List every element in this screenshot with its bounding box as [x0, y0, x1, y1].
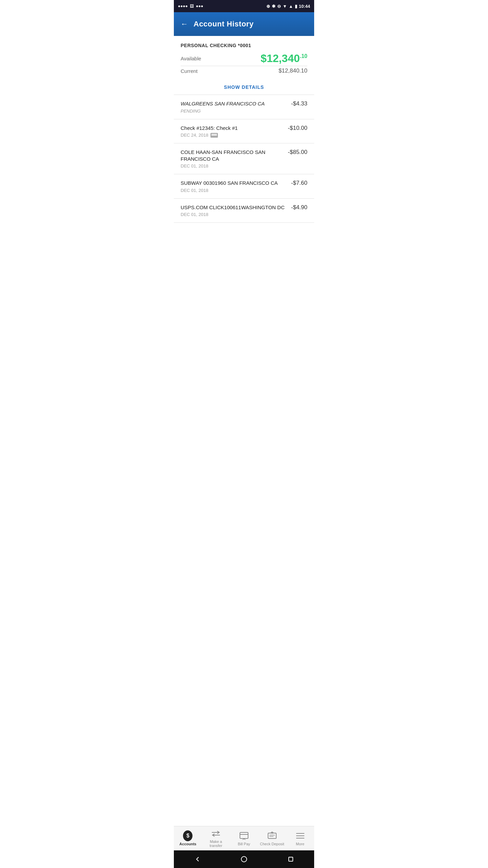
available-balance-row: Available $12,340.10 — [181, 53, 307, 64]
available-label: Available — [181, 56, 201, 61]
wifi-icon: ▼ — [283, 4, 287, 9]
current-amount: $12,840.10 — [279, 67, 307, 74]
transaction-info: WALGREENS SAN FRANCISCO CA PENDING — [181, 100, 291, 114]
transaction-info: USPS.COM CLICK100611WASHINGTON DC DEC 01… — [181, 204, 291, 217]
circle-plus-icon: ⊕ — [266, 4, 270, 9]
signal-dots-2-icon: ●●● — [196, 4, 203, 8]
page-title: Account History — [194, 20, 253, 28]
status-left: ●●●● 🖼 ●●● — [178, 4, 203, 8]
account-name: PERSONAL CHECKING *0001 — [181, 43, 307, 48]
transaction-name: COLE HAAN-SAN FRANCISCO SAN FRANCISCO CA — [181, 149, 284, 162]
current-balance-row: Current $12,840.10 — [181, 67, 307, 74]
divider — [181, 66, 307, 66]
time-display: 10:44 — [299, 4, 310, 9]
transaction-info: SUBWAY 00301960 SAN FRANCISCO CA DEC 01,… — [181, 180, 291, 193]
transaction-status: PENDING — [181, 108, 287, 114]
status-bar: ●●●● 🖼 ●●● ⊕ ✱ ⊖ ▼ ▲ ▮ 10:44 — [174, 0, 314, 12]
image-icon: 🖼 — [190, 4, 194, 8]
transaction-amount: -$4.90 — [291, 204, 307, 211]
transaction-info: COLE HAAN-SAN FRANCISCO SAN FRANCISCO CA… — [181, 149, 288, 169]
transaction-date: DEC 24, 2018 — [181, 133, 284, 138]
signal-icon: ▲ — [289, 4, 293, 9]
transaction-item[interactable]: COLE HAAN-SAN FRANCISCO SAN FRANCISCO CA… — [174, 143, 314, 174]
check-image-icon — [210, 133, 218, 138]
account-section: PERSONAL CHECKING *0001 Available $12,34… — [174, 36, 314, 80]
transaction-name: USPS.COM CLICK100611WASHINGTON DC — [181, 204, 287, 211]
transaction-amount: -$85.00 — [288, 149, 307, 156]
transaction-item[interactable]: Check #12345: Check #1 DEC 24, 2018 -$10… — [174, 119, 314, 144]
transaction-item[interactable]: WALGREENS SAN FRANCISCO CA PENDING -$4.3… — [174, 95, 314, 119]
transaction-name: WALGREENS SAN FRANCISCO CA — [181, 100, 287, 107]
transaction-amount: -$4.33 — [291, 100, 307, 107]
transaction-item[interactable]: USPS.COM CLICK100611WASHINGTON DC DEC 01… — [174, 199, 314, 223]
transaction-amount: -$7.60 — [291, 180, 307, 186]
minus-circle-icon: ⊖ — [277, 4, 281, 9]
transaction-name: SUBWAY 00301960 SAN FRANCISCO CA — [181, 180, 287, 186]
transaction-date: DEC 01, 2018 — [181, 188, 287, 193]
show-details-button[interactable]: SHOW DETAILS — [174, 80, 314, 95]
transaction-item[interactable]: SUBWAY 00301960 SAN FRANCISCO CA DEC 01,… — [174, 174, 314, 199]
back-button[interactable]: ← — [181, 20, 188, 28]
app-header: ← Account History — [174, 12, 314, 36]
transaction-list: WALGREENS SAN FRANCISCO CA PENDING -$4.3… — [174, 95, 314, 223]
bluetooth-icon: ✱ — [272, 4, 276, 9]
transaction-amount: -$10.00 — [288, 125, 307, 132]
transaction-date: DEC 01, 2018 — [181, 212, 287, 217]
available-amount: $12,340.10 — [261, 53, 307, 64]
battery-icon: ▮ — [295, 4, 297, 9]
transaction-info: Check #12345: Check #1 DEC 24, 2018 — [181, 125, 288, 138]
transaction-date: DEC 01, 2018 — [181, 163, 284, 169]
current-label: Current — [181, 68, 198, 74]
status-right: ⊕ ✱ ⊖ ▼ ▲ ▮ 10:44 — [266, 4, 310, 9]
signal-dots-icon: ●●●● — [178, 4, 188, 8]
transaction-name: Check #12345: Check #1 — [181, 125, 284, 132]
